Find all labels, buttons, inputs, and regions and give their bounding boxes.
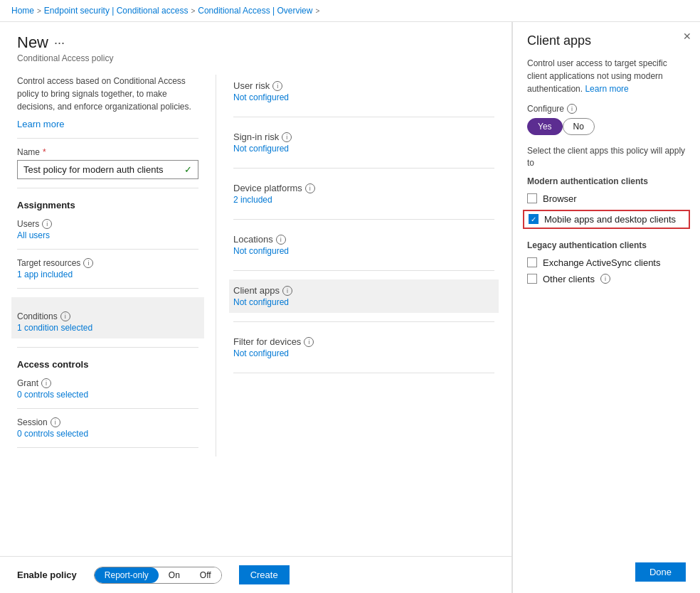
session-info-icon[interactable]: i (51, 417, 60, 427)
conditions-value[interactable]: 1 condition selected (17, 323, 198, 333)
learn-more-link-left[interactable]: Learn more (17, 119, 64, 129)
device-platforms-row[interactable]: Device platforms i 2 included (233, 177, 494, 210)
policy-name-input[interactable]: Test policy for modern auth clients ✓ (17, 160, 198, 179)
left-panel: New ··· Conditional Access policy Contro… (0, 22, 512, 593)
session-value[interactable]: 0 controls selected (17, 429, 198, 439)
no-toggle[interactable]: No (563, 118, 595, 135)
panel-title: Client apps (527, 33, 686, 48)
filter-devices-info-icon[interactable]: i (304, 337, 314, 347)
other-clients-checkbox[interactable] (527, 274, 537, 284)
off-option[interactable]: Off (190, 567, 221, 583)
check-mark: ✓ (531, 215, 536, 223)
sign-in-risk-value[interactable]: Not configured (233, 144, 494, 154)
client-apps-row[interactable]: Client apps i Not configured (229, 279, 499, 313)
device-platforms-value[interactable]: 2 included (233, 195, 494, 205)
other-clients-checkbox-row[interactable]: Other clients i (527, 271, 686, 287)
page-subtitle: Conditional Access policy (17, 53, 494, 63)
bottom-bar: Enable policy Report-only On Off Create (0, 556, 511, 593)
done-button[interactable]: Done (635, 562, 686, 582)
session-sublabel: Session i (17, 417, 198, 427)
target-resources-sublabel: Target resources i (17, 258, 198, 268)
client-apps-info-icon[interactable]: i (282, 286, 292, 296)
breadcrumb-sep-2: > (191, 7, 195, 15)
sign-in-risk-info-icon[interactable]: i (282, 132, 292, 142)
breadcrumb: Home > Endpoint security | Conditional a… (0, 0, 700, 22)
legacy-auth-label: Legacy authentication clients (527, 240, 686, 250)
close-button[interactable]: ✕ (683, 31, 691, 42)
breadcrumb-endpoint[interactable]: Endpoint security | Conditional access (44, 6, 189, 16)
user-risk-row[interactable]: User risk i Not configured (233, 75, 494, 108)
client-apps-value[interactable]: Not configured (233, 297, 494, 307)
on-option[interactable]: On (159, 567, 190, 583)
users-info-icon[interactable]: i (42, 219, 52, 229)
assignments-label: Assignments (17, 200, 198, 210)
grant-sublabel: Grant i (17, 378, 198, 388)
browser-label: Browser (543, 193, 577, 204)
breadcrumb-sep-3: > (315, 7, 319, 15)
grant-value[interactable]: 0 controls selected (17, 390, 198, 400)
panel-description: Control user access to target specific c… (527, 57, 686, 95)
target-resources-info-icon[interactable]: i (83, 258, 93, 268)
exchange-checkbox-row[interactable]: Exchange ActiveSync clients (527, 255, 686, 271)
sign-in-risk-row[interactable]: Sign-in risk i Not configured (233, 126, 494, 159)
panel-learn-more-link[interactable]: Learn more (585, 84, 628, 94)
required-star: * (43, 147, 46, 157)
conditions-sublabel: Conditions i (17, 311, 198, 321)
configure-label: Configure i (527, 104, 686, 114)
client-apps-panel: Client apps ✕ Control user access to tar… (512, 22, 700, 593)
name-label: Name * (17, 147, 198, 157)
locations-row[interactable]: Locations i Not configured (233, 228, 494, 262)
user-risk-info-icon[interactable]: i (272, 81, 282, 91)
other-clients-info-icon[interactable]: i (600, 274, 610, 284)
other-clients-label: Other clients (543, 274, 595, 284)
yes-toggle[interactable]: Yes (527, 118, 563, 135)
ellipsis-menu[interactable]: ··· (54, 36, 65, 50)
grant-info-icon[interactable]: i (41, 378, 51, 388)
access-controls-label: Access controls (17, 359, 198, 370)
create-button[interactable]: Create (239, 565, 290, 584)
configure-toggle-group: Yes No (527, 118, 686, 135)
configure-info-icon[interactable]: i (567, 104, 577, 114)
breadcrumb-sep-1: > (37, 7, 41, 15)
conditions-column: User risk i Not configured Sign-in risk … (216, 75, 494, 456)
mobile-desktop-label: Mobile apps and desktop clients (544, 214, 676, 225)
assignments-column: Control access based on Conditional Acce… (17, 75, 216, 456)
enable-policy-label: Enable policy (17, 570, 77, 580)
users-sublabel: Users i (17, 219, 198, 229)
report-only-option[interactable]: Report-only (95, 567, 159, 583)
filter-devices-value[interactable]: Not configured (233, 348, 494, 358)
panel-bottom: Done (527, 548, 686, 582)
breadcrumb-overview[interactable]: Conditional Access | Overview (198, 6, 312, 16)
browser-checkbox-row[interactable]: Browser (527, 191, 686, 207)
locations-info-icon[interactable]: i (276, 235, 286, 245)
exchange-label: Exchange ActiveSync clients (543, 257, 660, 268)
users-value[interactable]: All users (17, 230, 198, 240)
breadcrumb-home[interactable]: Home (11, 6, 34, 16)
locations-value[interactable]: Not configured (233, 246, 494, 256)
intro-text: Control access based on Conditional Acce… (17, 75, 198, 113)
mobile-desktop-checkbox-row[interactable]: ✓ Mobile apps and desktop clients (523, 210, 690, 229)
page-title: New (17, 33, 48, 52)
exchange-checkbox[interactable] (527, 257, 537, 267)
check-icon: ✓ (184, 164, 192, 175)
device-platforms-info-icon[interactable]: i (305, 183, 315, 193)
user-risk-value[interactable]: Not configured (233, 92, 494, 102)
browser-checkbox[interactable] (527, 193, 537, 203)
policy-toggle-group: Report-only On Off (94, 567, 222, 584)
filter-devices-row[interactable]: Filter for devices i Not configured (233, 331, 494, 364)
target-resources-value[interactable]: 1 app included (17, 269, 198, 279)
mobile-desktop-checkbox[interactable]: ✓ (529, 214, 539, 224)
conditions-info-icon[interactable]: i (60, 311, 70, 321)
select-description: Select the client apps this policy will … (527, 145, 686, 169)
modern-auth-label: Modern authentication clients (527, 176, 686, 186)
